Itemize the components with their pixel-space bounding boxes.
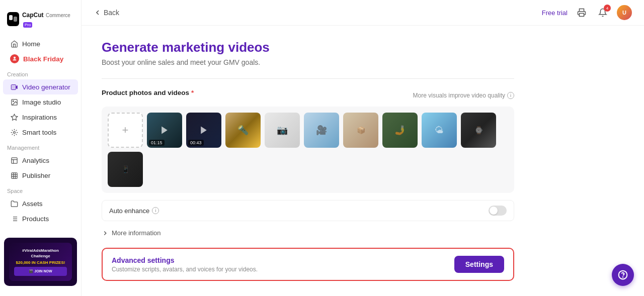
more-info-row[interactable]: More information [102,226,514,240]
sidebar-item-inspirations-label: Inspirations [22,114,57,121]
logo[interactable]: CapCut Commerce Pro [0,6,81,36]
advanced-settings-left: Advanced settings Customize scripts, ava… [112,256,258,273]
photos-label-text: Product photos and videos [102,89,189,96]
svg-marker-6 [11,114,18,120]
video-badge-1: 01:15 [149,140,165,146]
svg-rect-16 [580,14,584,17]
sidebar-item-image-studio-label: Image studio [22,98,61,106]
page-title-highlight: marketing [162,40,224,55]
svg-rect-0 [9,15,13,20]
assets-icon [10,200,18,208]
photo-thumb-8[interactable]: 🌤 [422,113,457,148]
video-generator-icon [10,83,18,91]
sidebar-item-video-generator-label: Video generator [22,83,70,91]
sidebar: CapCut Commerce Pro Home Black Friday Cr… [0,0,82,296]
sidebar-item-analytics-label: Analytics [22,157,49,164]
free-trial-link[interactable]: Free trial [542,9,568,17]
settings-button[interactable]: Settings [454,256,504,273]
advanced-settings-card: Advanced settings Customize scripts, ava… [102,248,514,281]
auto-enhance-text: Auto enhance [109,207,149,215]
sidebar-item-image-studio[interactable]: Image studio [3,94,78,110]
logo-subname: Commerce [46,13,70,18]
required-star: * [191,89,194,96]
page-title: Generate marketing videos [102,40,514,55]
sidebar-item-home-label: Home [22,40,40,48]
photos-grid-container: + 01:15 00:43 🔦 [102,107,514,193]
photo-thumb-9[interactable]: ⌚ [461,113,496,148]
photos-grid: + 01:15 00:43 🔦 [108,113,508,187]
photos-section-label: Product photos and videos * [102,89,194,96]
sidebar-item-video-generator[interactable]: Video generator [3,79,78,94]
promo-prize: $20,000 IN CASH PRIZES! [14,260,67,265]
logo-icon [7,12,19,26]
main-content: Back Free trial 4 U Generate marketing v… [82,0,644,296]
page-title-prefix: Generate [102,40,162,55]
sidebar-item-publisher-label: Publisher [22,172,50,179]
svg-point-5 [13,101,14,102]
advanced-settings-title: Advanced settings [112,256,258,264]
analytics-icon [10,156,18,164]
sidebar-item-inspirations[interactable]: Inspirations [3,110,78,125]
svg-point-7 [13,131,15,133]
sidebar-item-analytics[interactable]: Analytics [3,153,78,168]
image-studio-icon [10,98,18,106]
sidebar-item-smart-tools-label: Smart tools [22,129,56,136]
back-button[interactable]: Back [94,9,119,17]
page-subtitle: Boost your online sales and meet your GM… [102,58,514,66]
topbar-actions: Free trial 4 U [542,5,632,20]
sidebar-item-products[interactable]: Products [3,211,78,226]
sidebar-item-home[interactable]: Home [3,36,78,51]
notification-badge: 4 [604,5,611,12]
photo-thumb-1[interactable]: 01:15 [147,113,182,148]
inspirations-icon [10,113,18,121]
auto-enhance-toggle[interactable] [489,206,507,216]
photo-thumb-5[interactable]: 🎥 [304,113,339,148]
auto-enhance-row: Auto enhance i [102,200,514,221]
sidebar-item-assets-label: Assets [22,200,43,208]
black-friday-label: Black Friday [23,55,63,63]
photo-thumb-4[interactable]: 📷 [265,113,300,148]
logo-badge: Pro [23,22,32,28]
divider [102,78,514,79]
photo-thumb-6[interactable]: 📦 [343,113,378,148]
advanced-settings-sub: Customize scripts, avatars, and voices f… [112,266,258,273]
products-icon [10,215,18,223]
topbar: Back Free trial 4 U [82,0,644,26]
svg-marker-18 [201,127,207,134]
sidebar-section-management: Management [0,140,81,153]
photo-thumb-2[interactable]: 00:43 [186,113,221,148]
photo-thumb-7[interactable]: 🤳 [382,113,418,148]
user-avatar[interactable]: U [617,5,632,20]
print-button[interactable] [575,6,589,20]
toggle-knob [490,207,498,215]
smart-tools-icon [10,128,18,136]
sidebar-item-publisher[interactable]: Publisher [3,168,78,183]
sidebar-item-smart-tools[interactable]: Smart tools [3,125,78,140]
sidebar-section-space: Space [0,183,81,196]
page-content: Generate marketing videos Boost your onl… [82,26,534,296]
svg-marker-17 [162,127,168,134]
svg-rect-8 [11,157,17,163]
sidebar-item-assets[interactable]: Assets [3,196,78,211]
black-friday-icon [10,54,19,63]
photo-thumb-3[interactable]: 🔦 [225,113,261,148]
more-info-label: More information [112,229,161,237]
auto-enhance-info-icon[interactable]: i [152,207,159,214]
video-badge-2: 00:43 [188,140,204,146]
publisher-icon [10,171,18,179]
help-button[interactable] [612,264,634,286]
sidebar-promo[interactable]: #ViralAdsMarathon Challenge $20,000 IN C… [4,238,77,286]
photos-section-header: Product photos and videos * More visuals… [102,89,514,102]
photo-thumb-10[interactable]: 📱 [108,152,143,187]
back-label: Back [104,9,119,17]
notification-button[interactable]: 4 [596,6,610,20]
svg-rect-9 [11,172,17,178]
photos-hint: More visuals improve video quality i [413,92,514,99]
logo-name: CapCut [22,12,44,19]
svg-rect-1 [14,17,17,22]
sidebar-item-black-friday[interactable]: Black Friday [3,51,78,66]
auto-enhance-label: Auto enhance i [109,207,159,215]
sidebar-section-creation: Creation [0,66,81,79]
photos-info-icon[interactable]: i [507,92,514,99]
add-photo-button[interactable]: + [108,113,143,148]
